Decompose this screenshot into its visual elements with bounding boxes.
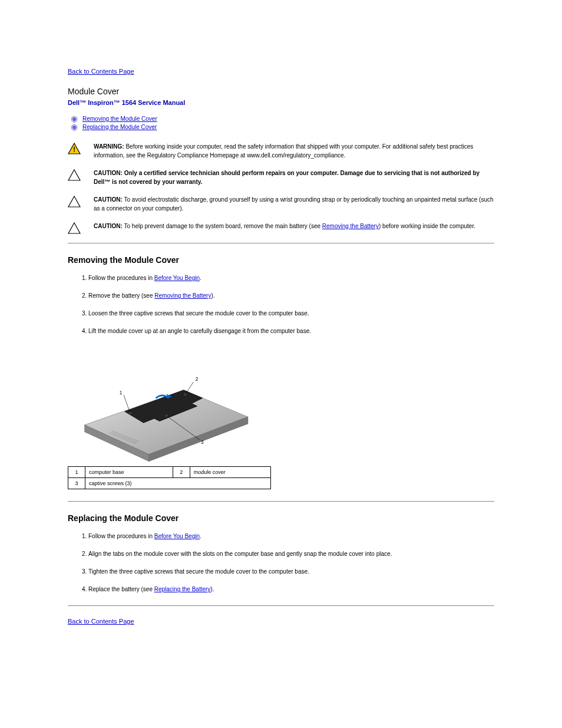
caution-text: CAUTION: Only a certified service techni… xyxy=(94,169,494,186)
caution-link[interactable]: Removing the Battery xyxy=(322,223,379,229)
back-to-contents-link-bottom[interactable]: Back to Contents Page xyxy=(68,618,494,625)
step: Remove the battery (see Removing the Bat… xyxy=(88,291,494,300)
laptop-diagram: 1 2 3 xyxy=(68,347,262,465)
step-link[interactable]: Replacing the Battery xyxy=(154,586,211,592)
legend-label: captive screws (3) xyxy=(85,478,271,489)
caution-panel: CAUTION: Only a certified service techni… xyxy=(68,169,494,186)
bullet-icon: ◉ xyxy=(71,123,78,130)
section-heading-replace: Replacing the Module Cover xyxy=(68,513,494,523)
caution-text: CAUTION: To help prevent damage to the s… xyxy=(94,222,494,230)
steps-replace: Follow the procedures in Before You Begi… xyxy=(68,532,494,594)
warning-text: WARNING: Before working inside your comp… xyxy=(94,142,494,160)
step: Lift the module cover up at an angle to … xyxy=(88,327,494,335)
legend-num: 1 xyxy=(68,467,85,478)
caution-panel: CAUTION: To avoid electrostatic discharg… xyxy=(68,195,494,213)
diagram-label-3: 3 xyxy=(201,440,204,445)
diagram-label-2: 2 xyxy=(196,377,199,382)
caution-icon xyxy=(68,222,81,234)
diagram-label-1: 1 xyxy=(120,390,123,396)
toc-link-replace[interactable]: Replacing the Module Cover xyxy=(82,124,157,130)
bullet-icon: ◉ xyxy=(71,115,78,122)
legend-label: computer base xyxy=(85,467,173,478)
warning-panel: ! WARNING: Before working inside your co… xyxy=(68,142,494,160)
caution-icon xyxy=(68,196,81,207)
warning-icon: ! xyxy=(68,143,81,154)
section-heading-remove: Removing the Module Cover xyxy=(68,255,494,265)
svg-point-12 xyxy=(165,414,168,417)
steps-remove: Follow the procedures in Before You Begi… xyxy=(68,274,494,335)
step: Tighten the three captive screws that se… xyxy=(88,567,494,576)
svg-marker-3 xyxy=(68,196,80,207)
step-link[interactable]: Before You Begin xyxy=(154,533,200,539)
table-row: 1 computer base 2 module cover xyxy=(68,467,271,478)
toc-list: ◉Removing the Module Cover ◉Replacing th… xyxy=(68,115,494,130)
legend-num: 2 xyxy=(173,467,190,478)
step: Align the tabs on the module cover with … xyxy=(88,549,494,558)
step: Follow the procedures in Before You Begi… xyxy=(88,532,494,541)
step: Loosen the three captive screws that sec… xyxy=(88,309,494,318)
step: Follow the procedures in Before You Begi… xyxy=(88,274,494,282)
svg-marker-2 xyxy=(68,170,80,180)
caution-text: CAUTION: To avoid electrostatic discharg… xyxy=(94,195,494,213)
legend-num: 3 xyxy=(68,478,85,489)
separator xyxy=(68,605,494,606)
separator xyxy=(68,501,494,502)
toc-link-remove[interactable]: Removing the Module Cover xyxy=(82,116,157,122)
step: Replace the battery (see Replacing the B… xyxy=(88,585,494,594)
diagram: 1 2 3 1 computer base 2 module cover 3 c… xyxy=(68,347,494,489)
svg-point-10 xyxy=(128,411,131,414)
svg-point-11 xyxy=(184,393,187,396)
step-link[interactable]: Removing the Battery xyxy=(154,292,211,299)
step-link[interactable]: Before You Begin xyxy=(154,275,200,281)
back-to-contents-link-top[interactable]: Back to Contents Page xyxy=(68,68,494,75)
page-title: Module Cover xyxy=(68,87,494,96)
caution-icon xyxy=(68,169,81,181)
legend-label: module cover xyxy=(190,467,270,478)
caution-panel: CAUTION: To help prevent damage to the s… xyxy=(68,222,494,234)
separator xyxy=(68,243,494,243)
diagram-legend-table: 1 computer base 2 module cover 3 captive… xyxy=(68,466,271,489)
svg-text:!: ! xyxy=(73,146,75,154)
table-row: 3 captive screws (3) xyxy=(68,478,271,489)
svg-marker-4 xyxy=(68,223,80,233)
manual-name: Dell™ Inspiron™ 1564 Service Manual xyxy=(68,99,494,106)
